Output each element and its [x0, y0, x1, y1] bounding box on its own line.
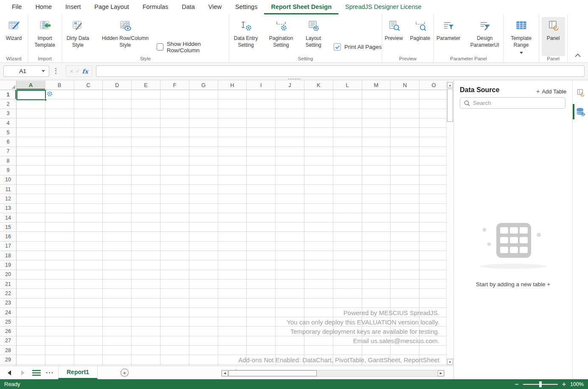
zoom-out-icon[interactable]: − [515, 381, 518, 388]
column-header-D[interactable]: D [103, 81, 132, 90]
data-entry-setting-button[interactable]: Data Entry Setting [229, 17, 262, 56]
row-header-21[interactable]: 21 [0, 279, 17, 289]
menu-file[interactable]: File [5, 0, 28, 14]
column-header-C[interactable]: C [74, 81, 103, 90]
row-header-16[interactable]: 16 [0, 232, 17, 242]
column-header-K[interactable]: K [304, 81, 333, 90]
row-header-22[interactable]: 22 [0, 289, 17, 298]
cancel-formula-icon[interactable]: × [70, 68, 73, 75]
name-box[interactable]: A1 [3, 65, 49, 77]
row-header-20[interactable]: 20 [0, 270, 17, 279]
sheet-more-icon[interactable]: ··· [46, 369, 54, 377]
row-header-13[interactable]: 13 [0, 204, 17, 213]
column-header-B[interactable]: B [45, 81, 74, 90]
row-header-24[interactable]: 24 [0, 308, 17, 317]
horizontal-scrollbar-thumb[interactable] [228, 370, 317, 376]
row-header-2[interactable]: 2 [0, 99, 17, 109]
column-header-F[interactable]: F [160, 81, 189, 90]
column-header-A[interactable]: A [17, 81, 45, 90]
print-all-pages-checkbox-row[interactable]: Print All Pages [334, 43, 382, 51]
scroll-up-icon[interactable]: ▲ [447, 82, 453, 88]
menu-formulas[interactable]: Formulas [136, 0, 175, 14]
paginate-button[interactable]: Paginate [408, 17, 433, 56]
search-input[interactable] [473, 100, 562, 106]
row-header-29[interactable]: 29 [0, 355, 17, 364]
horizontal-scrollbar[interactable]: ◀ ▶ [221, 370, 445, 377]
column-header-G[interactable]: G [189, 81, 218, 90]
parameter-button[interactable]: Parameter [434, 17, 463, 56]
formula-bar-resize-handle[interactable] [288, 78, 301, 80]
menu-report-sheet-design[interactable]: Report Sheet Design [264, 0, 338, 14]
menu-page-layout[interactable]: Page Layout [87, 0, 135, 14]
sheet-list-menu-icon[interactable] [32, 370, 41, 376]
confirm-formula-icon[interactable]: ✓ [76, 68, 80, 74]
scroll-right-icon[interactable]: ▶ [438, 370, 444, 376]
prev-sheet-icon[interactable] [8, 370, 11, 375]
print-all-pages-checkbox[interactable] [334, 43, 341, 51]
template-range-dropdown-arrow[interactable] [520, 52, 523, 54]
zoom-slider[interactable] [523, 384, 558, 385]
show-hidden-row-column-checkbox[interactable] [157, 43, 163, 51]
column-header-L[interactable]: L [333, 81, 362, 90]
template-range-button[interactable]: Template Range [505, 17, 537, 56]
spreadsheet-grid[interactable]: ABCDEFGHIJKLMNO 123456789101112131415161… [0, 81, 453, 365]
row-header-30[interactable]: 30 [0, 365, 17, 365]
zoom-percentage[interactable]: 100% [570, 381, 584, 387]
panel-button[interactable]: Panel [542, 17, 565, 56]
row-header-6[interactable]: 6 [0, 138, 17, 147]
row-header-8[interactable]: 8 [0, 156, 17, 166]
zoom-in-icon[interactable]: + [562, 381, 566, 388]
column-header-N[interactable]: N [391, 81, 419, 90]
row-header-10[interactable]: 10 [0, 175, 17, 185]
menu-settings[interactable]: Settings [228, 0, 264, 14]
formula-input[interactable] [96, 65, 585, 77]
row-header-4[interactable]: 4 [0, 118, 17, 128]
row-header-5[interactable]: 5 [0, 128, 17, 137]
column-header-E[interactable]: E [132, 81, 160, 90]
column-header-H[interactable]: H [218, 81, 247, 90]
row-header-26[interactable]: 26 [0, 327, 17, 336]
row-header-11[interactable]: 11 [0, 185, 17, 194]
column-header-M[interactable]: M [362, 81, 391, 90]
scroll-left-icon[interactable]: ◀ [222, 370, 228, 376]
vertical-scrollbar[interactable]: ▲ ▼ [446, 82, 453, 365]
row-header-23[interactable]: 23 [0, 299, 17, 308]
row-header-28[interactable]: 28 [0, 346, 17, 355]
name-box-dropdown-icon[interactable] [42, 70, 45, 72]
zoom-slider-thumb[interactable] [539, 381, 542, 387]
scroll-down-icon[interactable]: ▼ [447, 359, 453, 365]
panel-layout-toggle[interactable] [573, 84, 588, 102]
collapse-ribbon-icon[interactable] [574, 54, 581, 57]
row-header-7[interactable]: 7 [0, 147, 17, 156]
row-header-19[interactable]: 19 [0, 260, 17, 270]
row-header-25[interactable]: 25 [0, 317, 17, 327]
menu-home[interactable]: Home [28, 0, 59, 14]
row-header-14[interactable]: 14 [0, 213, 17, 223]
row-header-12[interactable]: 12 [0, 194, 17, 203]
next-sheet-icon[interactable] [21, 370, 25, 375]
add-sheet-icon[interactable]: + [121, 369, 129, 377]
empty-state-text[interactable]: Start by adding a new table + [454, 281, 572, 288]
show-hidden-row-column-checkbox-row[interactable]: Show Hidden Row/Column [157, 41, 229, 54]
dirty-data-style-button[interactable]: Dirty Data Style [62, 17, 94, 56]
selected-cell-a1[interactable] [17, 90, 46, 100]
search-box[interactable] [460, 97, 565, 109]
row-header-9[interactable]: 9 [0, 166, 17, 175]
row-header-17[interactable]: 17 [0, 242, 17, 251]
column-header-J[interactable]: J [276, 81, 304, 90]
select-all-corner[interactable] [0, 81, 17, 90]
menu-view[interactable]: View [202, 0, 228, 14]
insert-function-icon[interactable]: fx [82, 68, 88, 75]
row-header-27[interactable]: 27 [0, 336, 17, 346]
preview-button[interactable]: Preview [383, 17, 405, 56]
import-template-button[interactable]: Import Template [29, 17, 61, 56]
sheet-tab-report1[interactable]: Report1 [58, 366, 98, 379]
layout-setting-button[interactable]: Layout Setting [300, 17, 327, 56]
row-header-1[interactable]: 1 [0, 90, 17, 99]
hidden-row-column-style-button[interactable]: Hidden Row/Column Style [100, 17, 151, 56]
data-source-tab[interactable] [573, 102, 588, 121]
cell-settings-gear-icon[interactable] [47, 91, 53, 97]
column-header-O[interactable]: O [419, 81, 448, 90]
add-table-button[interactable]: + Add Table [536, 87, 566, 95]
design-parameter-ui-button[interactable]: Design ParameterUI [467, 17, 503, 56]
